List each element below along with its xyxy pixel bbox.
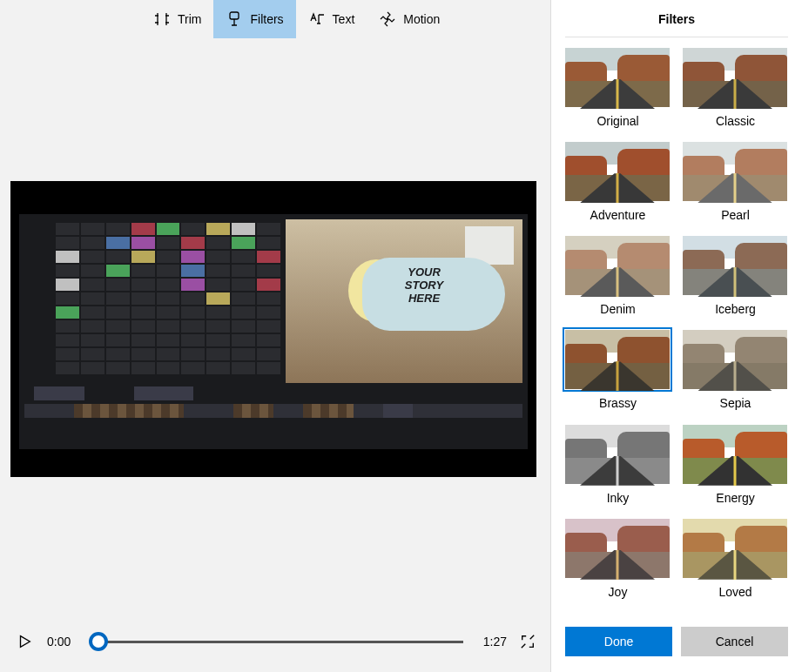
filter-item-loved[interactable]: Loved xyxy=(683,519,788,604)
motion-icon xyxy=(379,10,396,28)
filter-item-classic[interactable]: Classic xyxy=(683,48,788,133)
filter-item-brassy[interactable]: Brassy xyxy=(565,330,671,415)
text-label: Text xyxy=(333,12,355,26)
preview-thumbnail-grid xyxy=(56,223,280,386)
filters-panel: Filters OriginalClassicAdventurePearlDen… xyxy=(550,0,802,672)
filter-thumb xyxy=(683,330,787,389)
filter-thumb xyxy=(683,142,787,201)
filter-thumb xyxy=(683,236,787,295)
fullscreen-button[interactable] xyxy=(519,633,536,650)
video-preview[interactable]: YOUR STORY HERE xyxy=(10,181,536,477)
current-time-label: 0:00 xyxy=(47,635,78,648)
text-button[interactable]: Text xyxy=(296,0,367,38)
editor-toolbar: Trim Filters Text Motion xyxy=(0,0,550,38)
filter-label: Adventure xyxy=(565,208,671,227)
filter-item-energy[interactable]: Energy xyxy=(683,425,788,510)
filter-item-sepia[interactable]: Sepia xyxy=(683,330,788,415)
motion-button[interactable]: Motion xyxy=(367,0,452,38)
filter-item-iceberg[interactable]: Iceberg xyxy=(683,236,788,321)
svg-point-1 xyxy=(387,18,389,21)
svg-rect-0 xyxy=(230,12,239,19)
filter-thumb xyxy=(565,330,670,389)
trim-button[interactable]: Trim xyxy=(141,0,213,38)
seek-slider-thumb[interactable] xyxy=(89,632,108,651)
overlay-text: YOUR STORY HERE xyxy=(387,266,462,306)
play-button[interactable] xyxy=(14,631,35,652)
filter-thumb xyxy=(565,236,670,295)
filter-thumb xyxy=(683,519,787,578)
filter-thumb xyxy=(683,48,787,107)
filter-thumb xyxy=(565,425,670,484)
filter-label: Energy xyxy=(683,491,788,510)
preview-scene: YOUR STORY HERE xyxy=(286,219,522,383)
filter-thumb xyxy=(683,425,787,484)
filters-button[interactable]: Filters xyxy=(213,0,295,38)
filters-label: Filters xyxy=(250,12,283,26)
filter-label: Brassy xyxy=(565,396,671,415)
panel-title: Filters xyxy=(565,0,788,37)
playback-controls: 0:00 1:27 xyxy=(0,620,550,672)
filter-label: Loved xyxy=(683,585,788,604)
preview-timeline xyxy=(24,386,522,440)
filter-item-denim[interactable]: Denim xyxy=(565,236,671,321)
filter-item-original[interactable]: Original xyxy=(565,48,671,133)
trim-label: Trim xyxy=(178,12,201,26)
filter-thumb xyxy=(565,48,670,107)
filter-label: Inky xyxy=(565,491,671,510)
filters-icon xyxy=(226,10,243,28)
filter-label: Pearl xyxy=(683,208,788,227)
filter-label: Joy xyxy=(565,585,671,604)
filter-list: OriginalClassicAdventurePearlDenimIceber… xyxy=(551,37,802,615)
filter-label: Original xyxy=(565,114,671,133)
trim-icon xyxy=(153,10,171,28)
filter-item-adventure[interactable]: Adventure xyxy=(565,142,671,227)
filter-item-joy[interactable]: Joy xyxy=(565,519,671,604)
filter-label: Classic xyxy=(683,114,788,133)
seek-slider[interactable] xyxy=(91,633,463,650)
filter-item-inky[interactable]: Inky xyxy=(565,425,671,510)
cancel-button[interactable]: Cancel xyxy=(681,627,788,656)
filter-item-pearl[interactable]: Pearl xyxy=(683,142,788,227)
motion-label: Motion xyxy=(403,12,440,26)
filter-label: Denim xyxy=(565,302,671,321)
filter-thumb xyxy=(565,142,670,201)
text-icon xyxy=(308,10,326,28)
filter-label: Sepia xyxy=(683,396,788,415)
filter-thumb xyxy=(565,519,670,578)
done-button[interactable]: Done xyxy=(565,627,672,656)
duration-label: 1:27 xyxy=(475,635,507,648)
filter-label: Iceberg xyxy=(683,302,788,321)
